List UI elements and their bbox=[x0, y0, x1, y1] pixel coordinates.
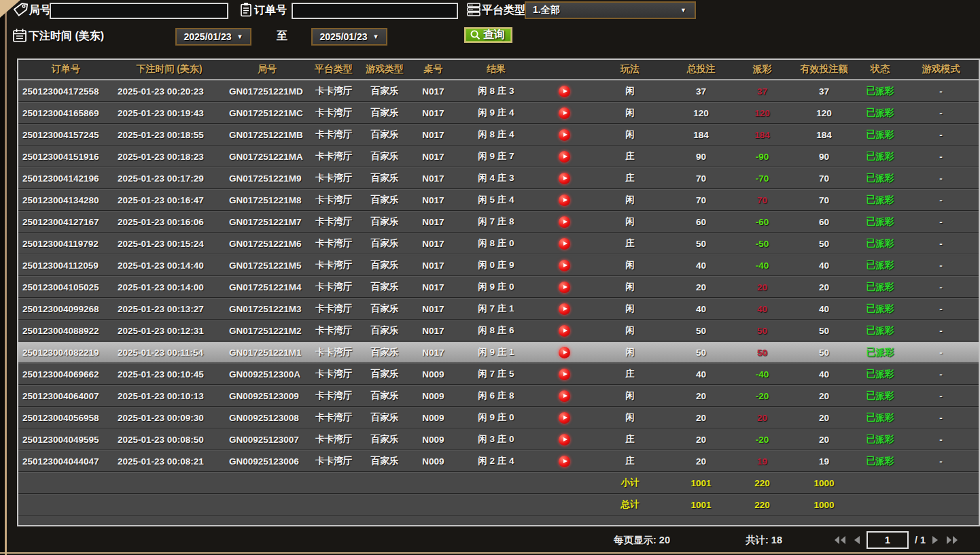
replay-play-icon[interactable] bbox=[559, 260, 570, 271]
date-to-picker[interactable]: 2025/01/23 ▼ bbox=[311, 28, 387, 46]
table-row[interactable]: 2501230041271672025-01-23 00:16:06GN0172… bbox=[18, 211, 979, 233]
table-row[interactable]: 2501230040640072025-01-23 00:10:13GN0092… bbox=[18, 385, 979, 407]
first-page-button[interactable] bbox=[833, 535, 847, 545]
bet-time-cell: 2025-01-23 00:09:30 bbox=[113, 407, 225, 428]
replay-play-icon[interactable] bbox=[559, 173, 570, 184]
table-row[interactable]: 2501230040696622025-01-23 00:10:45GN0092… bbox=[18, 363, 979, 385]
replay-cell bbox=[537, 363, 591, 385]
game-type-cell: 百家乐 bbox=[358, 254, 411, 276]
play-type-cell: 闲 bbox=[591, 80, 669, 102]
replay-play-icon[interactable] bbox=[559, 390, 570, 402]
table-row[interactable]: 2501230041519162025-01-23 00:18:23GN0172… bbox=[18, 146, 979, 167]
platform-cell: 卡卡湾厅 bbox=[309, 80, 358, 102]
order-number-label: 订单号 bbox=[254, 3, 287, 18]
replay-play-icon[interactable] bbox=[559, 412, 570, 424]
valid-bet-cell: 50 bbox=[791, 233, 857, 254]
payout-cell: 184 bbox=[733, 124, 791, 146]
table-number-cell: N009 bbox=[411, 363, 455, 385]
table-row[interactable]: 2501230041572452025-01-23 00:18:55GN0172… bbox=[18, 124, 979, 146]
previous-page-button[interactable] bbox=[853, 535, 860, 545]
replay-play-icon[interactable] bbox=[559, 325, 570, 337]
bet-time-cell: 2025-01-23 00:12:31 bbox=[113, 320, 225, 341]
platform-cell: 卡卡湾厅 bbox=[309, 407, 358, 428]
grand-total-row: 总计10012201000 bbox=[18, 494, 979, 516]
replay-play-icon[interactable] bbox=[559, 303, 570, 315]
total-bet-cell: 20 bbox=[669, 407, 733, 428]
replay-cell bbox=[537, 124, 591, 146]
replay-play-icon[interactable] bbox=[559, 238, 570, 250]
platform-cell: 卡卡湾厅 bbox=[309, 167, 358, 189]
replay-play-icon[interactable] bbox=[559, 129, 570, 141]
game-type-cell: 百家乐 bbox=[358, 385, 411, 407]
platform-type-select[interactable]: 1.全部 ▼ bbox=[525, 1, 696, 19]
replay-play-icon[interactable] bbox=[559, 86, 570, 97]
server-stack-icon bbox=[466, 2, 481, 17]
date-to-label: 至 bbox=[277, 29, 287, 44]
date-from-picker[interactable]: 2025/01/23 ▼ bbox=[175, 28, 251, 46]
summary-label: 小计 bbox=[591, 472, 669, 494]
total-bet-cell: 20 bbox=[669, 428, 733, 450]
table-row[interactable]: 2501230041658692025-01-23 00:19:43GN0172… bbox=[18, 102, 979, 124]
total-bet-cell: 70 bbox=[669, 189, 733, 211]
order-number-input[interactable] bbox=[292, 3, 458, 19]
game-mode-cell: - bbox=[903, 363, 979, 385]
round-number-cell: GN017251221M9 bbox=[225, 167, 309, 189]
replay-cell bbox=[537, 167, 591, 189]
order-number-cell: 250123004112059 bbox=[18, 254, 113, 276]
replay-play-icon[interactable] bbox=[559, 282, 570, 293]
table-row[interactable]: 2501230041197922025-01-23 00:15:24GN0172… bbox=[18, 233, 979, 254]
status-cell: 已派彩 bbox=[857, 80, 903, 102]
replay-play-icon[interactable] bbox=[559, 369, 570, 380]
summary-payout: 220 bbox=[733, 494, 791, 516]
table-row[interactable]: 2501230040440472025-01-23 00:08:21GN0092… bbox=[18, 450, 979, 472]
table-row[interactable]: 2501230041421962025-01-23 00:17:29GN0172… bbox=[18, 167, 979, 189]
table-row[interactable]: 2501230041050252025-01-23 00:14:00GN0172… bbox=[18, 276, 979, 298]
replay-play-icon[interactable] bbox=[559, 216, 570, 228]
table-row[interactable]: 2501230041120592025-01-23 00:14:40GN0172… bbox=[18, 254, 979, 276]
table-row[interactable]: 2501230040569582025-01-23 00:09:30GN0092… bbox=[18, 407, 979, 428]
round-number-cell: GN017251221M4 bbox=[225, 276, 309, 298]
round-number-input[interactable] bbox=[50, 3, 228, 19]
replay-play-icon[interactable] bbox=[559, 151, 570, 163]
replay-play-icon[interactable] bbox=[559, 347, 570, 358]
summary-spacer bbox=[18, 472, 591, 494]
page-number-input[interactable] bbox=[867, 531, 909, 549]
table-row[interactable]: 2501230041342802025-01-23 00:16:47GN0172… bbox=[18, 189, 979, 211]
table-row[interactable]: 2501230040495952025-01-23 00:08:50GN0092… bbox=[18, 428, 979, 450]
table-row[interactable]: 2501230040992682025-01-23 00:13:27GN0172… bbox=[18, 298, 979, 320]
round-number-cell: GN017251221M8 bbox=[225, 189, 309, 211]
game-type-cell: 百家乐 bbox=[358, 298, 411, 320]
play-type-cell: 闲 bbox=[591, 189, 669, 211]
table-row[interactable]: 2501230041725582025-01-23 00:20:23GN0172… bbox=[18, 80, 979, 102]
result-cell: 闲 9 庄 4 bbox=[455, 102, 537, 124]
order-number-cell: 250123004127167 bbox=[18, 211, 113, 233]
replay-play-icon[interactable] bbox=[559, 195, 570, 206]
status-cell: 已派彩 bbox=[857, 124, 903, 146]
platform-cell: 卡卡湾厅 bbox=[309, 341, 358, 363]
column-header: 有效投注额 bbox=[791, 60, 857, 80]
calendar-icon bbox=[12, 28, 27, 43]
bet-time-cell: 2025-01-23 00:10:45 bbox=[113, 363, 225, 385]
platform-cell: 卡卡湾厅 bbox=[309, 189, 358, 211]
bet-time-label: 下注时间 (美东) bbox=[29, 29, 104, 44]
table-row[interactable]: 2501230040889222025-01-23 00:12:31GN0172… bbox=[18, 320, 979, 341]
replay-play-icon[interactable] bbox=[559, 434, 570, 445]
play-type-cell: 闲 bbox=[591, 320, 669, 341]
query-button[interactable]: 查询 bbox=[464, 27, 512, 43]
replay-play-icon[interactable] bbox=[559, 107, 570, 119]
table-row[interactable]: 2501230040822192025-01-23 00:11:54GN0172… bbox=[18, 341, 979, 363]
valid-bet-cell: 70 bbox=[791, 189, 857, 211]
order-number-cell: 250123004099268 bbox=[18, 298, 113, 320]
bet-time-cell: 2025-01-23 00:18:55 bbox=[113, 124, 225, 146]
bet-time-cell: 2025-01-23 00:18:23 bbox=[113, 146, 225, 167]
table-number-cell: N017 bbox=[411, 298, 455, 320]
replay-play-icon[interactable] bbox=[559, 456, 570, 467]
play-type-cell: 闲 bbox=[591, 124, 669, 146]
result-cell: 闲 8 庄 0 bbox=[455, 233, 537, 254]
summary-spacer bbox=[857, 472, 979, 494]
last-page-button[interactable] bbox=[945, 535, 959, 545]
game-mode-cell: - bbox=[903, 211, 979, 233]
round-number-cell: GN00925123008 bbox=[225, 407, 309, 428]
round-number-cell: GN017251221M2 bbox=[225, 320, 309, 341]
next-page-button[interactable] bbox=[932, 535, 939, 545]
